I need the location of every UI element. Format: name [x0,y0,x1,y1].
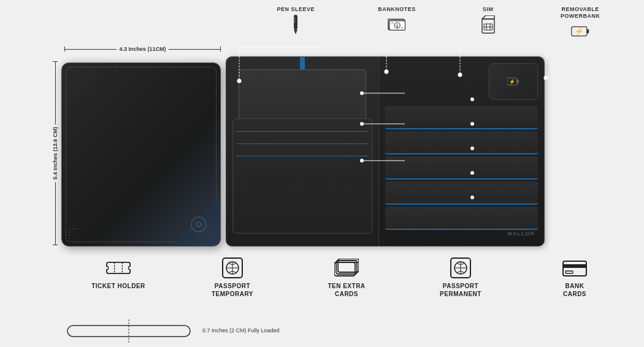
svg-marker-1 [294,29,297,34]
svg-text:$: $ [396,23,399,28]
sim-item: SIM [479,6,497,34]
svg-marker-11 [482,15,494,19]
svg-rect-2 [294,17,295,23]
bank-cards-label: BANK CARDS [563,282,586,298]
passport-permanent-icon [448,257,473,278]
svg-rect-17 [587,29,589,33]
thickness-svg [61,319,196,343]
wallet-open: ⚡ WALLOR [226,56,545,246]
svg-point-47 [128,266,131,269]
passport-temporary-label: PASSPORT TEMPORARY [212,282,253,298]
svg-rect-0 [294,15,297,29]
ticket-holder-label: TICKET HOLDER [91,282,145,290]
dim-end-bottom [53,245,58,245]
passport-temporary-item: PASSPORT TEMPORARY [196,257,269,298]
card-slot-3 [385,156,538,180]
thickness-label: 0.7 Inches (2 CM) Fully Loaded [202,327,280,334]
extra-cards-icon [334,257,359,278]
pen-sleeve-label: PEN SLEEVE [277,6,315,13]
banknotes-label: BANKNOTES [378,6,416,13]
stitch-corner [68,227,80,240]
card-slots-container [385,106,538,232]
blue-line-3 [236,156,369,156]
svg-text:⚡: ⚡ [575,27,584,36]
height-label: 5.4 Inches (13.6 CM) [52,124,58,182]
powerbank-icon: ⚡ [571,22,589,40]
dim-line-vertical-2 [55,182,56,245]
svg-rect-43 [107,262,130,273]
card-slot-4 [385,181,538,205]
card-slot-1 [385,106,538,129]
passport-permanent-label: PASSPORT PERMANENT [440,282,481,298]
extra-cards-pocket [232,118,372,234]
wallet-closed [61,63,221,246]
ticket-holder-item: TICKET HOLDER [82,257,155,290]
svg-point-19 [191,217,206,232]
svg-rect-21 [517,80,519,83]
svg-rect-61 [563,264,586,268]
banknotes-item: BANKNOTES $ [378,6,416,34]
wallet-middle-panel [226,56,379,246]
powerbank-item: REMOVABLE POWERBANK ⚡ [561,6,600,40]
pen-icon [286,15,305,34]
top-icons-row: PEN SLEEVE BANKNOTES $ [245,6,632,40]
main-container: PEN SLEEVE BANKNOTES $ [0,0,644,347]
card-slot-2 [385,131,538,154]
passport-permanent-item: PASSPORT PERMANENT [424,257,497,298]
dim-line-vertical [55,62,56,124]
powerbank-label: REMOVABLE POWERBANK [561,6,600,20]
bank-cards-icon [562,257,587,278]
bottom-icons-row: TICKET HOLDER PASSPORT TEMPORARY [61,257,632,298]
sim-icon [479,15,497,34]
wallet-logo [190,215,208,234]
powerbank-module: ⚡ [489,63,538,100]
passport-temporary-icon [220,257,245,278]
blue-line-2 [236,143,369,144]
thickness-diagram [61,319,196,341]
ten-extra-cards-label: TEN EXTRA CARDS [328,282,365,298]
brand-logo-right: WALLOR [507,231,535,237]
svg-text:⚡: ⚡ [509,78,515,85]
banknotes-icon: $ [388,15,406,34]
wallet-area: ⚡ WALLOR [61,44,632,246]
sim-label: SIM [483,6,494,13]
thickness-area: 0.7 Inches (2 CM) Fully Loaded [61,319,460,341]
card-slot-5 [385,207,538,230]
bank-cards-item: BANK CARDS [538,257,611,298]
blue-line-1 [236,131,369,132]
svg-point-46 [106,266,109,269]
dimension-height: 5.4 Inches (13.6 CM) [52,61,58,245]
battery-icon-small: ⚡ [507,77,519,86]
wallet-right-panel: ⚡ WALLOR [379,56,545,246]
svg-rect-62 [565,271,573,273]
ten-extra-cards-item: TEN EXTRA CARDS [310,257,383,298]
ticket-icon [106,257,131,278]
pen-sleeve-item: PEN SLEEVE [277,6,315,34]
